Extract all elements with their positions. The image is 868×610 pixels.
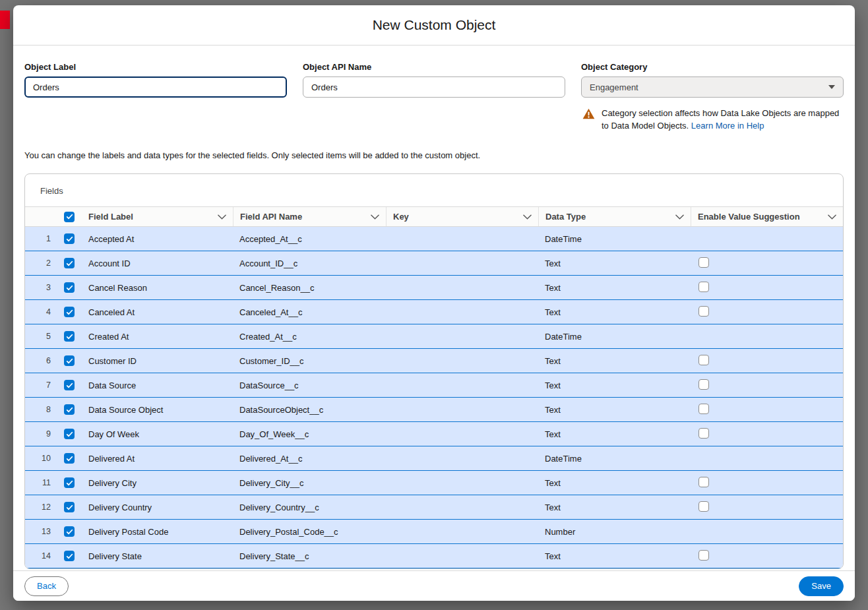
column-header-data-type[interactable]: Data Type	[538, 207, 691, 226]
chevron-down-icon[interactable]	[523, 214, 532, 220]
back-button[interactable]: Back	[24, 576, 69, 596]
table-row[interactable]: 1Accepted AtAccepted_At__cDateTime	[25, 227, 843, 251]
field-label-cell: Delivered At	[82, 454, 233, 464]
table-row[interactable]: 5Created AtCreated_At__cDateTime	[25, 324, 843, 349]
enable-value-suggestion-checkbox[interactable]	[698, 282, 709, 292]
fields-panel: Fields Field Label Field API Name	[24, 173, 844, 569]
row-select-checkbox[interactable]	[64, 551, 75, 561]
check-icon	[66, 260, 73, 267]
data-type-cell: Text	[538, 503, 691, 512]
check-icon	[66, 553, 73, 560]
enable-value-suggestion-checkbox[interactable]	[698, 379, 709, 390]
column-header-field-label[interactable]: Field Label	[82, 207, 233, 226]
row-select-checkbox[interactable]	[64, 258, 75, 268]
row-select-checkbox[interactable]	[64, 526, 75, 537]
field-label-cell: Account ID	[82, 259, 233, 268]
row-select-checkbox[interactable]	[64, 233, 75, 244]
table-row[interactable]: 7Data SourceDataSource__cText	[25, 373, 843, 398]
field-api-name-cell: Delivery_Postal_Code__c	[233, 527, 386, 537]
enable-value-suggestion-checkbox[interactable]	[698, 550, 709, 561]
row-select-cell	[57, 453, 82, 464]
table-body: 1Accepted AtAccepted_At__cDateTime2Accou…	[25, 227, 843, 568]
select-all-cell	[57, 212, 82, 222]
object-category-label: Object Category	[581, 62, 844, 72]
value-suggestion-cell	[691, 501, 843, 514]
row-select-cell	[57, 404, 82, 415]
row-select-checkbox[interactable]	[64, 477, 75, 488]
field-label-cell: Day Of Week	[82, 429, 233, 439]
table-row[interactable]: 11Delivery CityDelivery_City__cText	[25, 471, 843, 495]
table-row[interactable]: 3Cancel ReasonCancel_Reason__cText	[25, 276, 843, 300]
row-select-checkbox[interactable]	[64, 282, 75, 293]
row-select-cell	[57, 477, 82, 488]
data-type-cell: DateTime	[538, 332, 691, 342]
column-header-key[interactable]: Key	[386, 207, 538, 226]
field-label-cell: Delivery Postal Code	[82, 527, 233, 537]
field-label-cell: Data Source	[82, 381, 233, 390]
row-select-cell	[57, 258, 82, 268]
row-select-checkbox[interactable]	[64, 331, 75, 342]
row-select-checkbox[interactable]	[64, 307, 75, 317]
object-label-input[interactable]	[24, 76, 287, 98]
enable-value-suggestion-checkbox[interactable]	[698, 257, 709, 268]
table-row[interactable]: 10Delivered AtDelivered_At__cDateTime	[25, 446, 843, 471]
row-number: 6	[25, 356, 57, 365]
data-type-cell: DateTime	[538, 454, 691, 464]
enable-value-suggestion-checkbox[interactable]	[698, 501, 709, 512]
row-number: 3	[25, 283, 57, 292]
save-button[interactable]: Save	[799, 576, 844, 596]
enable-value-suggestion-checkbox[interactable]	[698, 306, 709, 317]
object-api-name-input[interactable]	[303, 76, 565, 98]
enable-value-suggestion-checkbox[interactable]	[698, 477, 709, 487]
row-select-cell	[57, 429, 82, 439]
check-icon	[66, 528, 73, 535]
value-suggestion-cell	[691, 282, 843, 294]
row-select-cell	[57, 551, 82, 561]
modal-title: New Custom Object	[373, 17, 496, 33]
check-icon	[66, 431, 73, 438]
select-all-checkbox[interactable]	[64, 212, 75, 222]
table-row[interactable]: 2Account IDAccount_ID__cText	[25, 251, 843, 276]
enable-value-suggestion-checkbox[interactable]	[698, 355, 709, 365]
enable-value-suggestion-checkbox[interactable]	[698, 404, 709, 414]
table-row[interactable]: 13Delivery Postal CodeDelivery_Postal_Co…	[25, 520, 843, 544]
learn-more-link[interactable]: Learn More in Help	[691, 121, 764, 131]
column-header-field-api-name[interactable]: Field API Name	[233, 207, 386, 226]
value-suggestion-cell	[691, 257, 843, 270]
object-label-label: Object Label	[24, 62, 287, 72]
value-suggestion-cell	[691, 306, 843, 319]
row-number: 5	[25, 332, 57, 341]
chevron-down-icon[interactable]	[675, 214, 684, 220]
row-select-cell	[57, 355, 82, 366]
value-suggestion-cell	[691, 477, 843, 489]
row-select-checkbox[interactable]	[64, 453, 75, 464]
row-select-checkbox[interactable]	[64, 355, 75, 366]
object-category-field: Object Category Engagement Category sele…	[581, 62, 844, 132]
table-row[interactable]: 14Delivery StateDelivery_State__cText	[25, 544, 843, 568]
data-type-cell: DateTime	[538, 234, 691, 244]
field-label-cell: Delivery State	[82, 551, 233, 561]
field-api-name-cell: Delivery_City__c	[233, 478, 386, 488]
data-type-cell: Number	[538, 527, 691, 537]
check-icon	[66, 213, 73, 220]
enable-value-suggestion-checkbox[interactable]	[698, 428, 709, 439]
object-category-select[interactable]: Engagement	[581, 76, 844, 98]
row-select-checkbox[interactable]	[64, 502, 75, 512]
table-row[interactable]: 9Day Of WeekDay_Of_Week__cText	[25, 422, 843, 446]
chevron-down-icon[interactable]	[218, 214, 226, 220]
object-label-field: Object Label	[24, 62, 287, 132]
value-suggestion-cell	[691, 428, 843, 441]
table-row[interactable]: 6Customer IDCustomer_ID__cText	[25, 349, 843, 373]
field-api-name-cell: Day_Of_Week__c	[233, 429, 386, 439]
chevron-down-icon[interactable]	[828, 214, 836, 220]
row-select-checkbox[interactable]	[64, 429, 75, 439]
table-row[interactable]: 12Delivery CountryDelivery_Country__cTex…	[25, 495, 843, 520]
column-header-enable-value-suggestion[interactable]: Enable Value Suggestion	[691, 207, 843, 226]
field-api-name-cell: Delivery_Country__c	[233, 503, 386, 512]
table-row[interactable]: 8Data Source ObjectDataSourceObject__cTe…	[25, 398, 843, 422]
row-select-checkbox[interactable]	[64, 380, 75, 390]
row-select-checkbox[interactable]	[64, 404, 75, 415]
chevron-down-icon[interactable]	[371, 214, 379, 220]
object-category-value: Engagement	[590, 82, 638, 92]
table-row[interactable]: 4Canceled AtCanceled_At__cText	[25, 300, 843, 324]
